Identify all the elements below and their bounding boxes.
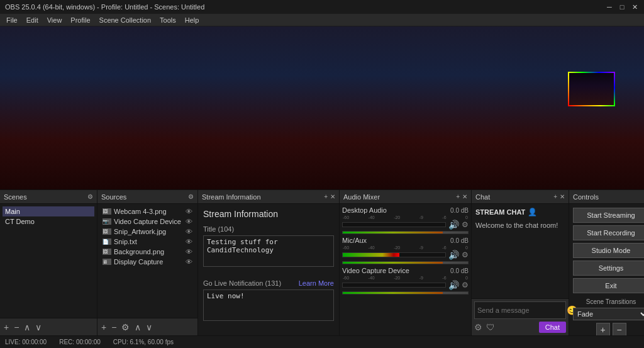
start-streaming-button[interactable]: Start Streaming: [573, 208, 644, 223]
desktop-audio-db: 0.0 dB: [450, 207, 469, 214]
source-video-actions: 👁: [186, 218, 192, 225]
chat-message-input[interactable]: [477, 306, 564, 314]
mic-mute-button[interactable]: 🔊: [448, 250, 459, 260]
menu-view[interactable]: View: [43, 16, 66, 25]
chat-expand-icon[interactable]: +: [553, 193, 557, 200]
transition-add-button[interactable]: +: [596, 323, 610, 335]
minimize-button[interactable]: ─: [605, 3, 614, 11]
scenes-config-icon[interactable]: ⚙: [87, 193, 93, 200]
source-display[interactable]: 🖥 Display Capture 👁: [100, 257, 195, 267]
video-mute-button[interactable]: 🔊: [448, 280, 459, 290]
source-video-visibility[interactable]: 👁: [186, 218, 192, 225]
audio-mixer-title: Audio Mixer: [343, 193, 380, 201]
mic-audio-label: Mic/Aux: [342, 237, 367, 244]
source-background[interactable]: 🖼 Background.png 👁: [100, 247, 195, 257]
scene-transition-select[interactable]: Fade Cut: [573, 308, 644, 320]
source-video-capture[interactable]: 📷 Video Capture Device 👁: [100, 216, 195, 227]
menu-scene-collection[interactable]: Scene Collection: [96, 16, 155, 25]
desktop-audio-header: Desktop Audio 0.0 dB: [342, 206, 469, 214]
chat-panel: Chat + ✕ STREAM CHAT 👤 Welcome to the ch…: [472, 190, 569, 335]
desktop-meter-container: 🔊 ⚙: [342, 220, 469, 230]
sources-add-button[interactable]: +: [101, 322, 106, 332]
video-settings-button[interactable]: ⚙: [462, 281, 469, 289]
learn-more-link[interactable]: Learn More: [299, 279, 334, 287]
exit-button[interactable]: Exit: [573, 278, 644, 293]
source-txt-visibility[interactable]: 👁: [186, 238, 192, 245]
source-artwork-visibility[interactable]: 👁: [186, 228, 192, 235]
audio-mixer-close-icon[interactable]: ✕: [462, 193, 467, 200]
menu-profile[interactable]: Profile: [67, 16, 94, 25]
source-display-visibility[interactable]: 👁: [186, 258, 192, 266]
menu-help[interactable]: Help: [181, 16, 203, 25]
stream-info-expand-icon[interactable]: +: [324, 193, 328, 200]
audio-mixer-expand-icon[interactable]: +: [456, 193, 460, 200]
studio-mode-button[interactable]: Studio Mode: [573, 243, 644, 258]
scenes-footer: + − ∧ ∨: [0, 318, 97, 335]
sources-list: 🖼 Webcam 4-3.png 👁 📷 Video Capture Devic…: [97, 204, 197, 318]
rec-label: REC:: [59, 339, 74, 345]
preview-area: Scenes ⚙ Main CT Demo + − ∧ ∨: [0, 26, 644, 335]
sources-up-button[interactable]: ∧: [135, 322, 141, 332]
menu-edit[interactable]: Edit: [23, 16, 42, 25]
scene-transitions-label: Scene Transitions: [573, 298, 644, 305]
chat-settings-icon[interactable]: ⚙: [474, 322, 482, 332]
sources-config-icon[interactable]: ⚙: [188, 193, 194, 200]
scenes-up-button[interactable]: ∧: [24, 322, 30, 332]
controls-content: Start Streaming Start Recording Studio M…: [569, 204, 644, 335]
menubar: File Edit View Profile Scene Collection …: [0, 14, 644, 26]
source-bg-visibility[interactable]: 👁: [186, 248, 192, 255]
scenes-remove-button[interactable]: −: [14, 322, 19, 332]
chat-welcome-message: Welcome to the chat room!: [475, 222, 565, 229]
video-meter-bar: [342, 283, 446, 288]
notification-input[interactable]: [203, 289, 334, 321]
scene-item-main[interactable]: Main: [3, 206, 94, 216]
stream-info-close-icon[interactable]: ✕: [330, 193, 335, 200]
desktop-slider-bar: [342, 231, 469, 234]
stream-info-controls: + ✕: [324, 193, 335, 200]
scene-item-ct-demo[interactable]: CT Demo: [3, 216, 94, 227]
desktop-settings-button[interactable]: ⚙: [462, 220, 469, 229]
source-video-label: Video Capture Device: [114, 218, 183, 225]
titlebar-title: OBS 25.0.4 (64-bit, windows) - Profile: …: [5, 3, 204, 11]
start-recording-button[interactable]: Start Recording: [573, 225, 644, 240]
source-snip-txt[interactable]: 📄 Snip.txt 👁: [100, 237, 195, 247]
scenes-panel-header: Scenes ⚙: [0, 190, 97, 204]
preview-canvas: [0, 26, 644, 189]
source-bg-icon: 🖼: [103, 249, 111, 255]
chat-send-button[interactable]: Chat: [539, 322, 566, 333]
rec-status: REC: 00:00:00: [59, 339, 101, 345]
video-audio-header: Video Capture Device 0.0 dB: [342, 267, 469, 274]
audio-channel-mic: Mic/Aux 0.0 dB -60-40-20-9-60 🔊 ⚙: [342, 237, 469, 264]
menu-tools[interactable]: Tools: [156, 16, 180, 25]
chat-close-icon[interactable]: ✕: [560, 193, 565, 200]
desktop-mute-button[interactable]: 🔊: [448, 220, 459, 230]
source-bg-actions: 👁: [186, 248, 192, 255]
sources-panel: Sources ⚙ 🖼 Webcam 4-3.png 👁 📷: [97, 190, 198, 335]
chat-gear-icon[interactable]: 🛡: [486, 322, 495, 332]
cpu-label: CPU:: [113, 339, 128, 345]
live-label: LIVE:: [5, 339, 20, 345]
source-artwork-actions: 👁: [186, 228, 192, 235]
source-snip-artwork[interactable]: 🖼 Snip_Artwork.jpg 👁: [100, 227, 195, 237]
sources-down-button[interactable]: ∨: [146, 322, 152, 332]
source-artwork-label: Snip_Artwork.jpg: [114, 228, 183, 235]
mic-settings-button[interactable]: ⚙: [462, 250, 469, 259]
title-input[interactable]: [203, 235, 334, 267]
mic-meter-fill: [343, 253, 399, 257]
close-button[interactable]: ✕: [630, 3, 639, 11]
audio-channel-video: Video Capture Device 0.0 dB -60-40-20-9-…: [342, 267, 469, 295]
sources-config-button[interactable]: ⚙: [121, 322, 130, 332]
menu-file[interactable]: File: [3, 16, 21, 25]
source-webcam[interactable]: 🖼 Webcam 4-3.png 👁: [100, 206, 195, 216]
source-webcam-label: Webcam 4-3.png: [114, 208, 183, 215]
settings-button[interactable]: Settings: [573, 261, 644, 276]
source-txt-label: Snip.txt: [114, 238, 183, 245]
scenes-down-button[interactable]: ∨: [35, 322, 42, 332]
maximize-button[interactable]: □: [618, 3, 626, 11]
transition-remove-button[interactable]: −: [613, 323, 626, 335]
scenes-panel: Scenes ⚙ Main CT Demo + − ∧ ∨: [0, 190, 97, 335]
titlebar-controls: ─ □ ✕: [605, 3, 639, 11]
scenes-add-button[interactable]: +: [4, 322, 9, 332]
source-webcam-visibility[interactable]: 👁: [186, 208, 192, 215]
sources-remove-button[interactable]: −: [111, 322, 116, 332]
